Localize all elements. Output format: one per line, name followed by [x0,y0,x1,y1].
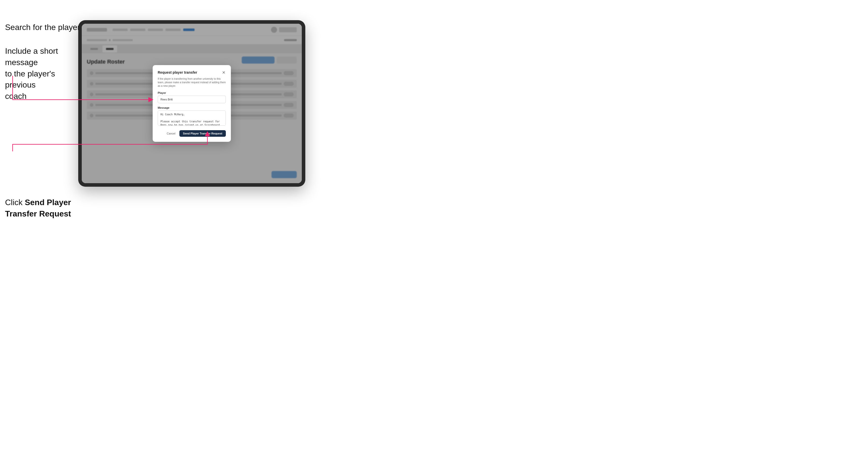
modal-footer: Cancel Send Player Transfer Request [158,130,226,137]
annotation-message: Include a short message to the player's … [5,45,76,102]
annotation-search: Search for the player. [5,23,82,32]
tablet-device: Update Roster [78,20,305,187]
player-label: Player [158,91,226,94]
player-search-input[interactable] [158,96,226,103]
send-transfer-button[interactable]: Send Player Transfer Request [179,130,226,137]
modal-overlay: Request player transfer ✕ If the player … [82,24,302,183]
annotation-click: Click Send Player Transfer Request [5,197,76,219]
modal-header: Request player transfer ✕ [158,70,226,75]
message-label: Message [158,106,226,109]
modal-title: Request player transfer [158,70,197,74]
request-transfer-modal: Request player transfer ✕ If the player … [153,65,231,142]
modal-close-button[interactable]: ✕ [221,70,226,75]
modal-description: If the player is transferring from anoth… [158,77,226,88]
message-textarea[interactable]: Hi Coach McHarg, Please accept this tran… [158,111,226,126]
cancel-button[interactable]: Cancel [165,130,177,136]
tablet-screen: Update Roster [82,24,302,183]
